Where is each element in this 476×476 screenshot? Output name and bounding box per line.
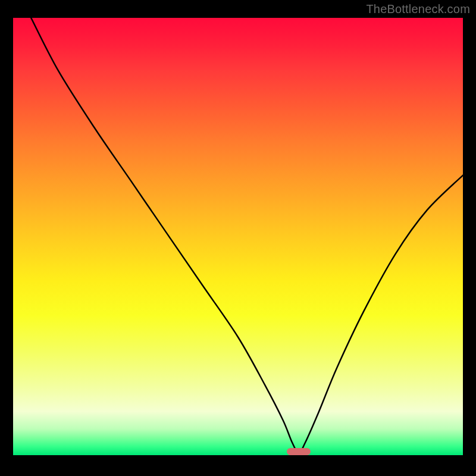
optimal-marker <box>287 448 311 455</box>
chart-frame: TheBottleneck.com <box>0 0 476 476</box>
plot-area <box>13 18 463 455</box>
bottleneck-curve <box>13 18 463 455</box>
watermark-text: TheBottleneck.com <box>366 2 470 16</box>
